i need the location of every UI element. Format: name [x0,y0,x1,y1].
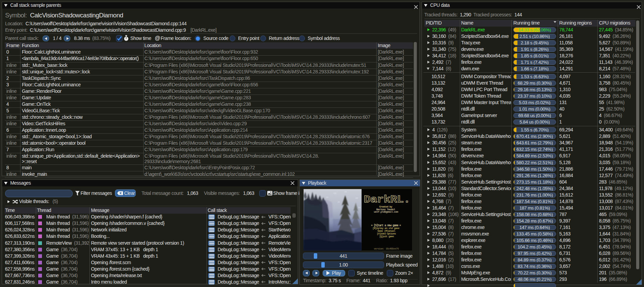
svg-text:version: 15c455ee76: version: 15c455ee76 [374,247,399,250]
svg-text:DarkRL.: DarkRL. [364,194,410,205]
svg-text:wolf.pld@gmail.com: wolf.pld@gmail.com [374,210,398,213]
svg-text:[Q]uit game: [Q]uit game [379,235,394,238]
